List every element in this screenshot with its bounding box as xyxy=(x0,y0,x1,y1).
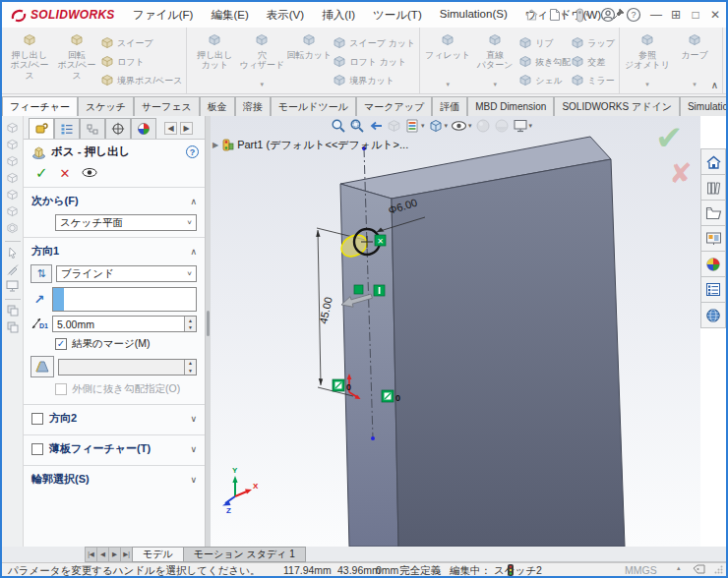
ribbon-境界ボス/ベース[interactable]: 境界ボス/ベース xyxy=(100,72,182,89)
section-thin-feature[interactable]: 薄板フィーチャー(T) ∨ xyxy=(24,434,205,460)
preview-eye-icon[interactable] xyxy=(82,167,97,180)
section-selected-contours[interactable]: 輪郭選択(S) ∨ xyxy=(24,465,205,491)
section-direction1[interactable]: 方向1 ∧ xyxy=(24,237,205,262)
menu-Simulation(S)[interactable]: Simulation(S) xyxy=(432,6,516,25)
maximize-button[interactable]: □ xyxy=(687,4,704,26)
tab-MBD Dimension[interactable]: MBD Dimension xyxy=(467,96,554,116)
thin-feature-checkbox[interactable] xyxy=(31,443,43,455)
ribbon-リブ[interactable]: リブ xyxy=(518,34,571,52)
monitor-icon[interactable] xyxy=(6,280,19,294)
ribbon-押し出しカット[interactable]: 押し出し カット xyxy=(191,30,238,89)
tab-評価[interactable]: 評価 xyxy=(432,96,467,116)
tab-フィーチャー[interactable]: フィーチャー xyxy=(2,96,78,116)
account-icon[interactable] xyxy=(596,4,620,26)
ribbon-押し出しボス/ベース[interactable]: 押し出し ボス/ベース xyxy=(6,30,53,89)
help-icon[interactable]: ? xyxy=(186,145,199,158)
scroll-right-icon[interactable]: ▶ xyxy=(180,122,193,135)
spin-up-icon[interactable]: ▲ xyxy=(185,317,196,324)
view-cube-icon[interactable] xyxy=(6,139,19,152)
edit-sketch-icon[interactable] xyxy=(7,263,19,277)
layers-icon[interactable] xyxy=(7,321,19,335)
direction2-checkbox[interactable] xyxy=(31,413,43,425)
section-cube-icon[interactable] xyxy=(6,222,19,236)
cloud-services-icon[interactable]: ▾ xyxy=(571,4,594,26)
tab-Simulation[interactable]: Simulation xyxy=(680,96,726,116)
menu-挿入(I)[interactable]: 挿入(I) xyxy=(314,6,363,25)
model-slab[interactable] xyxy=(340,137,625,547)
minimize-button[interactable]: — xyxy=(647,4,665,26)
layers-icon[interactable] xyxy=(7,305,19,318)
display-manager-tab[interactable] xyxy=(131,118,156,139)
tab-モーション スタディ 1[interactable]: モーション スタディ 1 xyxy=(183,547,306,562)
ribbon-ロフト カット[interactable]: ロフト カット xyxy=(333,53,415,71)
ribbon-穴ウィザード[interactable]: 穴 ウィザード▾ xyxy=(238,30,285,89)
menu-表示(V)[interactable]: 表示(V) xyxy=(259,6,312,25)
merge-result-row[interactable]: ✓ 結果のマージ(M) xyxy=(24,334,205,354)
property-manager-tab[interactable] xyxy=(29,118,54,139)
depth-spinner[interactable]: 5.00mm ▲▼ xyxy=(52,316,197,332)
ribbon-交差[interactable]: 交差 xyxy=(571,53,615,71)
relation-small-marker[interactable] xyxy=(354,285,363,294)
from-dropdown[interactable]: スケッチ平面 ˅ xyxy=(55,214,197,231)
splitter-handle[interactable] xyxy=(207,311,210,336)
split-window-button[interactable]: ⊞ xyxy=(667,4,685,26)
ribbon-境界カット[interactable]: 境界カット xyxy=(333,72,415,89)
ribbon-参照ジオメトリ[interactable]: 参照 ジオメトリ▾ xyxy=(624,30,671,89)
zoom-to-fit-icon[interactable] xyxy=(331,118,346,134)
part-tree-label[interactable]: Part1 (デフォルト<<デフォルト>... xyxy=(237,138,408,152)
relation-coincident-marker[interactable]: ✕ xyxy=(375,235,386,246)
ribbon-スイープ[interactable]: スイープ xyxy=(100,34,182,52)
tab-マークアップ[interactable]: マークアップ xyxy=(356,96,432,116)
dimxpert-manager-tab[interactable] xyxy=(105,118,131,139)
file-explorer-icon[interactable] xyxy=(700,200,726,226)
reverse-direction-button[interactable]: ⇅ xyxy=(30,264,52,283)
feature-manager-tab[interactable] xyxy=(54,118,80,139)
draft-button[interactable] xyxy=(30,356,54,377)
help-icon[interactable]: ? xyxy=(622,4,645,26)
previous-view-icon[interactable] xyxy=(368,118,384,134)
relation-vertical-marker[interactable] xyxy=(374,285,385,296)
ribbon-抜き勾配[interactable]: 抜き勾配 xyxy=(518,53,571,71)
menu-ファイル(F)[interactable]: ファイル(F) xyxy=(125,6,202,25)
end-condition-dropdown[interactable]: ブラインド ˅ xyxy=(56,265,197,282)
tab-スケッチ[interactable]: スケッチ xyxy=(78,96,134,116)
tab-SOLIDWORKS アドイン[interactable]: SOLIDWORKS アドイン xyxy=(554,96,680,116)
collapse-ribbon-icon[interactable]: ∧ xyxy=(711,80,718,90)
forum-icon[interactable] xyxy=(700,302,726,328)
ribbon-ミラー[interactable]: ミラー xyxy=(571,72,615,89)
ribbon-ロフト[interactable]: ロフト xyxy=(100,53,182,71)
edit-appearance-sheet-icon[interactable]: ▾ xyxy=(404,118,425,134)
ok-button[interactable]: ✓ xyxy=(35,164,48,182)
home-icon[interactable] xyxy=(519,4,543,26)
tab-モデル[interactable]: モデル xyxy=(132,547,184,562)
tab-板金[interactable]: 板金 xyxy=(200,96,235,116)
cancel-button[interactable]: ✕ xyxy=(60,166,71,181)
tag-icon[interactable] xyxy=(693,564,705,576)
menu-ツール(T)[interactable]: ツール(T) xyxy=(365,6,430,25)
direction-selection-box[interactable] xyxy=(52,287,197,312)
menu-編集(E)[interactable]: 編集(E) xyxy=(203,6,256,25)
view-cube-icon[interactable] xyxy=(6,155,19,169)
view-orientation-icon[interactable]: ▾ xyxy=(428,118,449,134)
tab-サーフェス[interactable]: サーフェス xyxy=(134,96,200,116)
view-cube-icon[interactable] xyxy=(6,122,19,136)
hide-show-items-icon[interactable]: ▾ xyxy=(451,118,472,134)
view-cube-icon[interactable] xyxy=(6,205,19,219)
new-document-icon[interactable]: ▾ xyxy=(545,4,569,26)
expand-arrow-icon[interactable]: ▶ xyxy=(212,141,218,149)
ribbon-回転カット[interactable]: 回転カット xyxy=(285,30,333,89)
tab-溶接[interactable]: 溶接 xyxy=(235,96,271,116)
view-cube-icon[interactable] xyxy=(6,172,19,186)
resize-grip[interactable] xyxy=(714,564,723,576)
design-library-icon[interactable] xyxy=(700,174,726,201)
feature-tree-flyout[interactable]: ▶ Part1 (デフォルト<<デフォルト>... xyxy=(212,138,408,152)
view-cube-icon[interactable] xyxy=(6,189,19,202)
custom-properties-icon[interactable] xyxy=(700,276,726,303)
merge-result-checkbox[interactable]: ✓ xyxy=(55,338,67,350)
ribbon-シェル[interactable]: シェル xyxy=(518,72,571,89)
confirm-ok-mark[interactable]: ✔ xyxy=(655,118,684,157)
ribbon-直線パターン[interactable]: 直線 パターン▾ xyxy=(471,30,518,89)
appearances-icon[interactable] xyxy=(700,251,726,277)
graphics-viewport[interactable]: 45.00 Φ6.00 xyxy=(211,116,700,547)
units-caret-icon[interactable]: ▴ xyxy=(677,564,681,572)
